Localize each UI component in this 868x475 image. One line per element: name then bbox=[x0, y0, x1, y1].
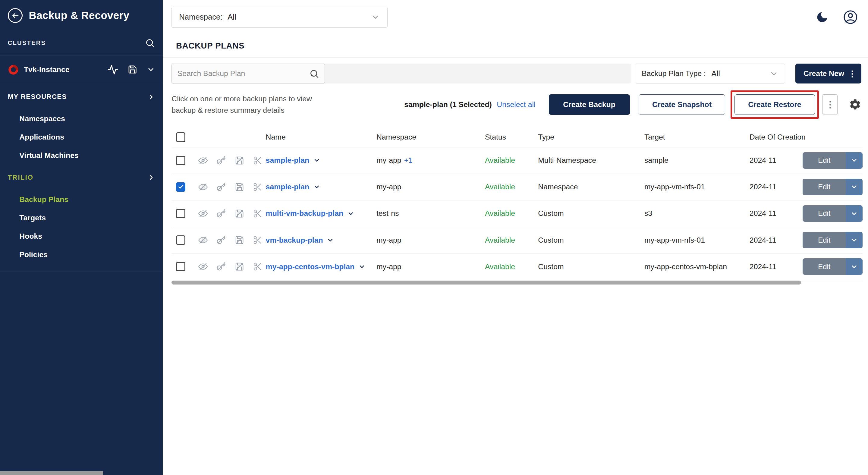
sidebar-item-policies[interactable]: Policies bbox=[0, 245, 163, 264]
key-off-icon bbox=[216, 235, 226, 245]
plan-name-link[interactable]: my-app-centos-vm-bplan bbox=[266, 262, 366, 271]
namespace-extra-link[interactable]: +1 bbox=[404, 156, 412, 164]
chevron-down-icon bbox=[850, 183, 858, 191]
select-all-checkbox[interactable] bbox=[176, 132, 185, 141]
table-row[interactable]: vm-backup-plan my-app Available Custom m… bbox=[172, 227, 862, 253]
kebab-icon: ⋮ bbox=[848, 70, 857, 78]
my-resources-section[interactable]: MY RESOURCES bbox=[0, 84, 163, 109]
edit-button-group: Edit bbox=[803, 258, 862, 275]
table-row[interactable]: sample-plan my-app +1 Available Multi-Na… bbox=[172, 147, 862, 174]
row-checkbox[interactable] bbox=[176, 182, 185, 192]
chevron-down-icon bbox=[850, 210, 858, 218]
sidebar-item-virtual-machines[interactable]: Virtual Machines bbox=[0, 147, 163, 165]
unselect-all-link[interactable]: Unselect all bbox=[497, 100, 535, 109]
sidebar-scrollbar[interactable] bbox=[0, 471, 103, 475]
chevron-down-icon bbox=[313, 183, 320, 190]
row-checkbox[interactable] bbox=[176, 235, 185, 245]
date-text: 2024-11 bbox=[749, 183, 803, 191]
trilio-section[interactable]: TRILIO bbox=[0, 165, 163, 190]
search-input[interactable] bbox=[178, 69, 309, 78]
table-row[interactable]: sample-plan my-app Available Namespace m… bbox=[172, 174, 862, 200]
edit-button[interactable]: Edit bbox=[803, 232, 846, 248]
settings-button[interactable] bbox=[849, 98, 861, 111]
type-text: Custom bbox=[538, 236, 644, 245]
edit-button[interactable]: Edit bbox=[803, 152, 846, 169]
namespace-text: my-app bbox=[376, 183, 401, 191]
sidebar-item-targets[interactable]: Targets bbox=[0, 209, 163, 227]
sidebar-item-hooks[interactable]: Hooks bbox=[0, 227, 163, 245]
status-badge: Available bbox=[485, 236, 515, 245]
sidebar-divider bbox=[0, 272, 163, 272]
search-band bbox=[172, 64, 631, 84]
action-row: Click on one or more backup plans to vie… bbox=[163, 93, 868, 116]
sidebar-item-namespaces[interactable]: Namespaces bbox=[0, 110, 163, 128]
edit-dropdown-button[interactable] bbox=[846, 205, 862, 222]
search-box bbox=[172, 64, 325, 84]
edit-button-group: Edit bbox=[803, 179, 862, 195]
chevron-down-icon bbox=[313, 157, 320, 164]
chevron-down-icon bbox=[850, 263, 858, 271]
selection-summary: sample-plan (1 Selected) bbox=[404, 100, 492, 109]
app-title: Backup & Recovery bbox=[29, 9, 129, 22]
plan-name-link[interactable]: vm-backup-plan bbox=[266, 236, 334, 245]
edit-button[interactable]: Edit bbox=[803, 205, 846, 222]
namespace-text: test-ns bbox=[376, 209, 399, 218]
plan-name-link[interactable]: multi-vm-backup-plan bbox=[266, 209, 354, 218]
column-header-target: Target bbox=[644, 133, 749, 141]
edit-button[interactable]: Edit bbox=[803, 179, 846, 195]
table-body: sample-plan my-app +1 Available Multi-Na… bbox=[172, 147, 862, 280]
save-off-icon bbox=[235, 156, 244, 165]
chevron-down-icon bbox=[850, 156, 858, 164]
edit-dropdown-button[interactable] bbox=[846, 232, 862, 248]
chevron-down-icon bbox=[850, 236, 858, 244]
gear-icon bbox=[849, 98, 861, 111]
eye-off-icon bbox=[198, 182, 208, 192]
type-text: Multi-Namespace bbox=[538, 156, 644, 164]
eye-off-icon bbox=[198, 262, 208, 271]
plan-name-link[interactable]: sample-plan bbox=[266, 156, 320, 164]
edit-dropdown-button[interactable] bbox=[846, 258, 862, 275]
selection-hint-text: Click on one or more backup plans to vie… bbox=[172, 93, 338, 116]
row-checkbox[interactable] bbox=[176, 209, 185, 218]
table-row[interactable]: multi-vm-backup-plan test-ns Available C… bbox=[172, 200, 862, 227]
clusters-label: CLUSTERS bbox=[8, 39, 46, 46]
search-icon[interactable] bbox=[309, 69, 319, 79]
table-horizontal-scrollbar[interactable] bbox=[172, 281, 801, 285]
edit-button-group: Edit bbox=[803, 152, 862, 169]
chevron-down-icon bbox=[358, 263, 366, 271]
edit-button-group: Edit bbox=[803, 205, 862, 222]
row-checkbox[interactable] bbox=[176, 262, 185, 271]
scissors-off-icon bbox=[253, 262, 262, 271]
save-off-icon bbox=[235, 209, 244, 218]
key-off-icon bbox=[216, 209, 226, 218]
column-header-namespace: Namespace bbox=[376, 133, 485, 141]
plan-name-text: vm-backup-plan bbox=[266, 236, 323, 245]
create-snapshot-button[interactable]: Create Snapshot bbox=[639, 94, 725, 115]
dark-mode-moon-icon[interactable] bbox=[815, 10, 829, 24]
cluster-instance-row[interactable]: Tvk-Instance bbox=[0, 56, 163, 85]
edit-dropdown-button[interactable] bbox=[846, 152, 862, 169]
back-button[interactable] bbox=[8, 8, 23, 23]
my-resources-label: MY RESOURCES bbox=[8, 93, 67, 101]
save-icon[interactable] bbox=[128, 65, 137, 74]
create-new-button[interactable]: Create New ⋮ bbox=[795, 64, 861, 84]
sidebar-item-backup-plans[interactable]: Backup Plans bbox=[0, 190, 163, 209]
search-icon[interactable] bbox=[145, 38, 155, 48]
edit-button[interactable]: Edit bbox=[803, 258, 846, 275]
edit-dropdown-button[interactable] bbox=[846, 179, 862, 195]
chevron-down-icon[interactable] bbox=[147, 65, 155, 74]
more-options-button[interactable]: ⋮ bbox=[823, 94, 838, 115]
plan-name-text: multi-vm-backup-plan bbox=[266, 209, 343, 218]
plan-name-link[interactable]: sample-plan bbox=[266, 183, 320, 191]
sidebar-item-applications[interactable]: Applications bbox=[0, 128, 163, 147]
create-backup-button[interactable]: Create Backup bbox=[549, 94, 630, 115]
namespace-dropdown[interactable]: Namespace: All bbox=[172, 7, 387, 28]
user-account-icon[interactable] bbox=[843, 10, 858, 25]
backup-plan-type-dropdown[interactable]: Backup Plan Type : All bbox=[635, 64, 785, 84]
create-restore-button[interactable]: Create Restore bbox=[735, 94, 815, 115]
table-row[interactable]: my-app-centos-vm-bplan my-app Available … bbox=[172, 253, 862, 280]
activity-icon[interactable] bbox=[107, 64, 119, 75]
key-off-icon bbox=[216, 156, 226, 165]
eye-off-icon bbox=[198, 209, 208, 218]
row-checkbox[interactable] bbox=[176, 156, 185, 165]
